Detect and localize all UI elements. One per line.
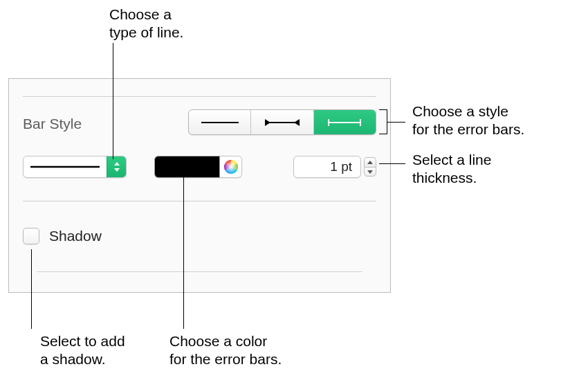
color-picker-group xyxy=(154,156,242,178)
callout-leader xyxy=(31,249,32,329)
color-wheel-button[interactable] xyxy=(220,156,242,178)
chevron-up-icon xyxy=(367,161,373,165)
color-wheel-icon xyxy=(223,159,239,174)
shadow-row: Shadow xyxy=(23,228,102,244)
bar-style-panel: Bar Style xyxy=(8,78,391,293)
callout-leader xyxy=(113,43,113,159)
divider xyxy=(23,201,376,201)
shadow-checkbox[interactable] xyxy=(23,228,39,244)
svg-marker-8 xyxy=(114,162,120,165)
bar-style-heading: Bar Style xyxy=(23,116,82,132)
error-bar-style-segmented[interactable] xyxy=(188,109,376,135)
svg-marker-9 xyxy=(114,168,120,172)
bar-style-line-segment[interactable] xyxy=(189,110,251,134)
thickness-step-up[interactable] xyxy=(364,157,376,167)
callout-thickness: Select a line thickness. xyxy=(412,151,491,188)
bar-style-capped-segment[interactable] xyxy=(314,110,376,134)
divider xyxy=(37,271,362,272)
thickness-stepper-arrows xyxy=(364,157,376,177)
svg-point-10 xyxy=(224,160,238,174)
shadow-label: Shadow xyxy=(49,228,102,244)
callout-leader xyxy=(183,174,184,329)
thickness-stepper: 1 pt xyxy=(293,156,376,178)
dropdown-knob xyxy=(107,156,126,177)
callout-leader xyxy=(387,122,405,123)
color-well[interactable] xyxy=(154,156,220,178)
thickness-step-down[interactable] xyxy=(364,167,376,177)
line-type-dropdown[interactable] xyxy=(23,156,127,178)
bar-style-bowtie-segment[interactable] xyxy=(251,110,313,134)
callout-shadow: Select to add a shadow. xyxy=(40,332,125,369)
callout-bracket xyxy=(379,109,387,134)
callout-bar-style: Choose a style for the error bars. xyxy=(412,102,524,139)
divider xyxy=(23,96,376,97)
svg-marker-12 xyxy=(367,170,373,174)
thickness-field[interactable]: 1 pt xyxy=(293,156,361,178)
line-type-preview xyxy=(24,164,107,170)
chevron-down-icon xyxy=(367,170,373,174)
callout-line-type: Choose a type of line. xyxy=(109,6,183,42)
callout-color: Choose a color for the error bars. xyxy=(169,332,282,369)
line-controls-row: 1 pt xyxy=(23,152,376,181)
svg-marker-11 xyxy=(367,161,373,164)
callout-leader xyxy=(379,163,405,164)
